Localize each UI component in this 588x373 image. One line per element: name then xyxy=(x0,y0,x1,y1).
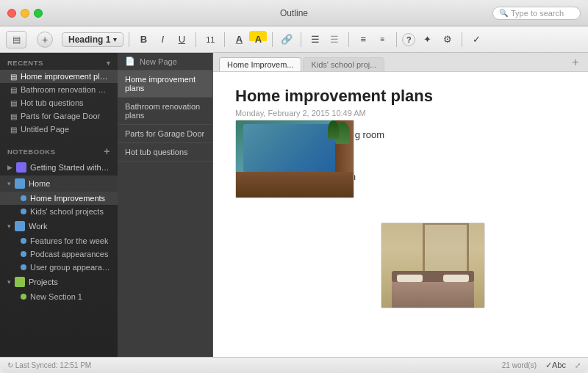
sidebar-item-podcast[interactable]: Podcast appearances xyxy=(0,247,118,261)
search-placeholder: Type to search xyxy=(511,9,564,18)
add-page-button[interactable]: + xyxy=(37,32,53,48)
separator-2 xyxy=(196,32,196,47)
dot-icon xyxy=(21,264,26,270)
sidebar-item-features[interactable]: Features for the week xyxy=(0,234,118,247)
page-list-item-4[interactable]: Hot tub questions xyxy=(118,143,212,162)
separator-7 xyxy=(396,32,397,47)
window-title: Outline xyxy=(280,8,308,18)
expand-icon[interactable]: ⤢ xyxy=(575,361,581,369)
add-tab-button[interactable]: + xyxy=(569,56,582,69)
sidebar-notebook-work[interactable]: ▾ Work xyxy=(0,218,118,234)
separator-3 xyxy=(224,32,225,47)
dot-icon xyxy=(21,209,26,214)
window-controls xyxy=(7,9,43,18)
notebook-icon xyxy=(15,178,25,189)
sidebar-item-user-group[interactable]: User group appearances xyxy=(0,261,118,274)
content-area: Home Improvem... Kids' school proj... + … xyxy=(213,53,588,357)
heading-select[interactable]: Heading 1 ▾ xyxy=(62,32,123,47)
hot-tub-image xyxy=(235,120,354,198)
sidebar-item-home-improvements[interactable]: Home Improvements xyxy=(0,192,118,205)
add-icon: + xyxy=(42,34,48,46)
close-button[interactable] xyxy=(7,9,16,18)
recents-chevron[interactable]: ▾ xyxy=(107,59,110,67)
page-icon: 📄 xyxy=(125,57,135,66)
color-group: A A xyxy=(230,31,267,48)
minimize-button[interactable] xyxy=(21,9,29,18)
sidebar-toggle-button[interactable]: ▤ xyxy=(6,31,26,48)
abc-check: ✓Abc xyxy=(545,361,566,370)
italic-button[interactable]: I xyxy=(154,31,171,48)
recents-header: RECENTS ▾ xyxy=(0,53,118,70)
maximize-button[interactable] xyxy=(34,9,43,18)
sidebar-notebook-projects[interactable]: ▾ Projects xyxy=(0,274,118,290)
add-notebook-button[interactable]: + xyxy=(104,146,110,156)
notebook-icon xyxy=(15,221,25,231)
page-list-item-2[interactable]: Bathroom renovation plans xyxy=(118,98,212,125)
sidebar-item-recent-1[interactable]: ▤ Home improvement plans xyxy=(0,70,118,83)
list-group: ≡ ≡ xyxy=(354,31,391,48)
page-icon: ▤ xyxy=(10,86,17,94)
underline-button[interactable]: U xyxy=(173,31,190,48)
sidebar-item-new-section[interactable]: New Section 1 xyxy=(0,290,118,303)
toolbar: ▤ + Heading 1 ▾ B I U 11 A A 🔗 ☰ ☰ ≡ ≡ ?… xyxy=(0,26,588,53)
chevron-down-icon: ▾ xyxy=(7,180,11,187)
bullet-list-button[interactable]: ≡ xyxy=(354,31,372,48)
chevron-down-icon: ▾ xyxy=(7,222,11,230)
chevron-down-icon: ▾ xyxy=(113,36,117,43)
separator-4 xyxy=(272,32,273,47)
separator-6 xyxy=(348,32,349,47)
star-button[interactable]: ✦ xyxy=(418,31,436,48)
sidebar-item-recent-2[interactable]: ▤ Bathroom renovation plans xyxy=(0,83,118,96)
page-icon: ▤ xyxy=(10,73,17,81)
page-icon: ▤ xyxy=(10,126,17,134)
note-content: Home improvement plans Monday, February … xyxy=(213,72,588,357)
align-center-button[interactable]: ☰ xyxy=(326,31,343,48)
dot-icon xyxy=(21,238,26,244)
sidebar-item-kids-school[interactable]: Kids' school projects xyxy=(0,205,118,218)
align-left-button[interactable]: ☰ xyxy=(306,31,324,48)
separator-5 xyxy=(301,32,301,47)
search-icon: 🔍 xyxy=(499,9,508,17)
help-button[interactable]: ? xyxy=(402,33,415,46)
sidebar-notebook-home[interactable]: ▾ Home xyxy=(0,175,118,192)
check-button[interactable]: ✓ xyxy=(467,31,485,48)
settings-button[interactable]: ⚙ xyxy=(439,31,456,48)
chevron-right-icon: ▶ xyxy=(7,164,12,171)
page-list: 📄 New Page Home improvement plans Bathro… xyxy=(118,53,213,357)
separator-1 xyxy=(129,32,129,47)
notebook-icon xyxy=(16,162,26,173)
font-size-button[interactable]: 11 xyxy=(201,31,219,48)
main-layout: RECENTS ▾ ▤ Home improvement plans ▤ Bat… xyxy=(0,53,588,357)
search-bar[interactable]: 🔍 Type to search xyxy=(492,7,581,20)
new-page-button[interactable]: 📄 New Page xyxy=(118,53,212,70)
dot-icon xyxy=(21,251,26,257)
sidebar-icon: ▤ xyxy=(12,35,21,45)
titlebar: Outline 🔍 Type to search xyxy=(0,0,588,26)
sidebar-notebook-getting-started[interactable]: ▶ Getting Started with Outl xyxy=(0,159,118,175)
page-list-item-1[interactable]: Home improvement plans xyxy=(118,70,212,98)
sidebar-item-recent-5[interactable]: ▤ Untitled Page xyxy=(0,123,118,136)
sidebar-item-recent-3[interactable]: ▤ Hot tub questions xyxy=(0,96,118,109)
notebooks-header: NOTEBOOKS + xyxy=(0,140,118,159)
sync-icon: ↻ xyxy=(7,361,13,369)
note-meta: Monday, February 2, 2015 10:49 AM xyxy=(235,109,566,117)
link-button[interactable]: 🔗 xyxy=(278,31,295,48)
page-list-item-3[interactable]: Parts for Garage Door xyxy=(118,125,212,143)
font-size-group: 11 xyxy=(201,31,219,48)
sync-status: ↻ Last Synced: 12:51 PM xyxy=(7,361,91,369)
numbered-list-button[interactable]: ≡ xyxy=(373,31,391,48)
word-count: 21 word(s) xyxy=(502,361,537,369)
highlight-button[interactable]: A xyxy=(249,31,267,48)
format-buttons: B I U xyxy=(135,31,190,48)
bedroom-image xyxy=(381,222,485,308)
tab-kids-school[interactable]: Kids' school proj... xyxy=(303,57,384,71)
font-color-button[interactable]: A xyxy=(230,31,248,48)
sidebar-item-recent-4[interactable]: ▤ Parts for Garage Door xyxy=(0,109,118,123)
bold-button[interactable]: B xyxy=(135,31,152,48)
tab-home-improvements[interactable]: Home Improvem... xyxy=(219,57,301,71)
titlebar-right: 🔍 Type to search xyxy=(492,7,581,20)
statusbar-right: 21 word(s) ✓Abc ⤢ xyxy=(502,361,581,370)
separator-8 xyxy=(462,32,462,47)
page-icon: ▤ xyxy=(10,99,17,107)
dot-icon xyxy=(21,195,26,201)
